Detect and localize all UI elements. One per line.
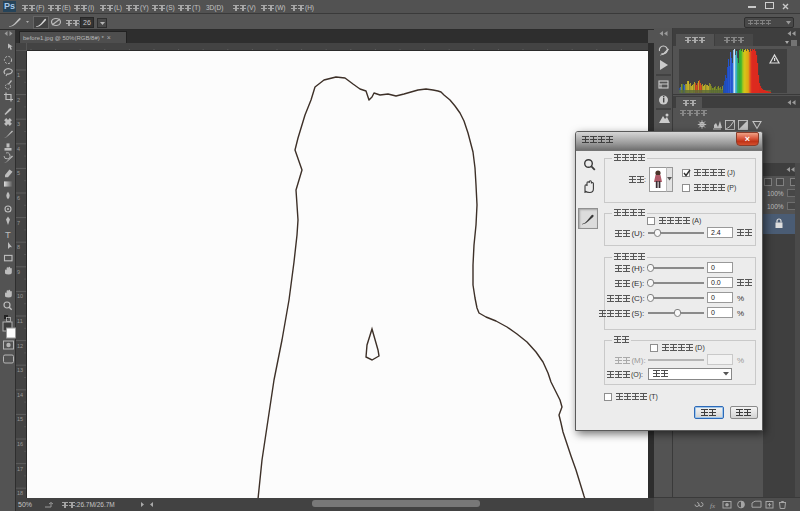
- svg-text:18: 18: [17, 490, 23, 496]
- svg-text:2: 2: [17, 97, 20, 103]
- svg-text:T: T: [5, 229, 11, 240]
- svg-text:7: 7: [17, 220, 20, 226]
- svg-text:12: 12: [17, 343, 23, 349]
- svg-text:14: 14: [17, 392, 23, 398]
- svg-text:3: 3: [17, 121, 20, 127]
- svg-text:5: 5: [17, 170, 20, 176]
- svg-text:9: 9: [17, 269, 20, 275]
- svg-text:4: 4: [17, 146, 20, 152]
- svg-text:16: 16: [17, 441, 23, 447]
- svg-text:15: 15: [17, 416, 23, 422]
- svg-text:10: 10: [17, 293, 23, 299]
- svg-text:17: 17: [17, 466, 23, 472]
- svg-text:8: 8: [17, 244, 20, 250]
- svg-text:6: 6: [17, 195, 20, 201]
- svg-text:fx: fx: [710, 502, 716, 510]
- svg-text:13: 13: [17, 367, 23, 373]
- svg-text:11: 11: [17, 318, 23, 324]
- svg-text:1: 1: [17, 72, 20, 78]
